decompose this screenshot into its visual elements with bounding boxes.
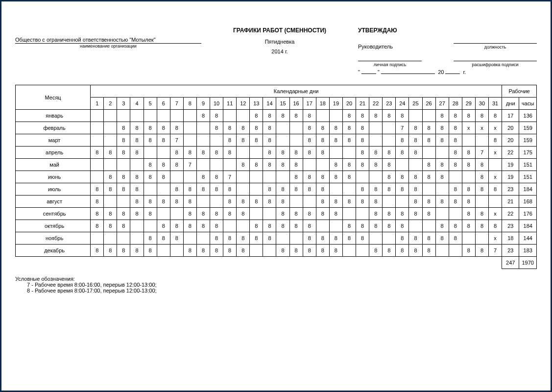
day-cell: 8 [383,159,396,171]
day-cell: 8 [329,159,342,171]
day-cell: 7 [183,159,196,171]
day-cell [316,110,329,122]
row-days: 20 [502,122,519,134]
day-cell [117,196,130,208]
day-cell [130,232,144,245]
day-cell: 8 [449,196,462,208]
day-cell: 8 [435,122,449,134]
totals-hours: 1970 [519,257,537,269]
day-cell: 8 [210,220,223,232]
day-cell [91,171,104,183]
day-cell [435,147,449,159]
day-cell [383,196,396,208]
day-cell: 8 [144,122,157,134]
day-cell [329,220,342,232]
day-cell [342,208,356,220]
day-cell: 8 [303,220,316,232]
row-days: 22 [502,208,519,220]
day-cell: 8 [210,171,223,183]
day-cell: 8 [196,245,210,257]
day-cell: 8 [263,134,276,147]
day-cell [263,171,276,183]
day-cell: 8 [289,220,303,232]
day-cell: 8 [104,183,117,196]
day-cell: 8 [144,208,157,220]
day-cell [329,147,342,159]
table-row: январь8888888888888888817136 [16,110,537,122]
day-cell: 8 [130,245,144,257]
day-cell: 8 [396,220,409,232]
day-cell: 8 [449,159,462,171]
day-cell: 8 [342,122,356,134]
day-cell: 8 [237,232,250,245]
day-cell: 8 [210,245,223,257]
day-cell: 8 [422,208,435,220]
document-title: ГРАФИКИ РАБОТ (СМЕННОСТИ) [216,27,343,34]
legend-item-8: 8 - Рабочее время 8:00-17:00, перерыв 12… [27,288,537,294]
day-cell [223,220,237,232]
approve-position: Руководитель [358,44,393,49]
day-cell [422,220,435,232]
day-cell: 8 [210,147,223,159]
day-cell: 8 [475,110,488,122]
month-cell: январь [16,110,91,122]
approve-block: УТВЕРЖДАЮ Руководитель должность личная … [358,27,537,75]
day-header-13: 13 [250,98,263,110]
decipher-caption: расшифровка подписи [454,62,537,67]
day-cell [303,196,316,208]
day-cell [196,122,210,134]
day-cell: 8 [303,183,316,196]
day-cell [422,110,435,122]
day-cell: 8 [130,208,144,220]
month-cell: февраль [16,122,91,134]
day-cell [157,208,170,220]
day-cell: 8 [289,171,303,183]
day-cell [250,208,263,220]
day-cell: 8 [303,110,316,122]
day-cell: 8 [117,134,130,147]
day-cell: 8 [91,220,104,232]
day-cell [475,134,488,147]
calendar-header: Календарные дни [91,85,502,98]
day-cell: 8 [130,196,144,208]
day-cell [422,183,435,196]
row-days: 23 [502,220,519,232]
day-cell: 8 [329,196,342,208]
day-cell [342,147,356,159]
day-cell [210,196,223,208]
day-cell: 8 [157,220,170,232]
day-cell: 8 [369,196,383,208]
day-cell: 8 [435,232,449,245]
day-cell [383,134,396,147]
day-cell: 8 [488,134,502,147]
day-header-30: 30 [475,98,488,110]
day-cell [91,159,104,171]
day-cell [223,110,237,122]
org-block: Общество с ограниченной ответственностью… [15,27,201,49]
day-cell: 8 [170,183,183,196]
day-header-23: 23 [383,98,396,110]
day-cell [250,147,263,159]
day-cell: 8 [276,147,289,159]
legend-block: Условные обозначения: 7 - Рабочее время … [15,276,537,294]
day-header-12: 12 [237,98,250,110]
day-cell [342,245,356,257]
day-cell [157,183,170,196]
day-cell: 8 [475,183,488,196]
day-cell: х [488,208,502,220]
day-cell: х [488,147,502,159]
day-cell: 8 [369,159,383,171]
day-cell: 7 [396,122,409,134]
table-row: апрель8888888888888888888887х22175 [16,147,537,159]
day-cell: 8 [303,208,316,220]
day-cell: 8 [196,183,210,196]
day-cell: 8 [396,232,409,245]
day-cell: 8 [396,134,409,147]
day-cell [170,245,183,257]
day-cell: 8 [303,122,316,134]
day-cell [435,245,449,257]
row-hours: 144 [519,232,537,245]
day-cell: 8 [369,183,383,196]
table-row: август88888888888888888888821168 [16,196,537,208]
day-header-15: 15 [276,98,289,110]
